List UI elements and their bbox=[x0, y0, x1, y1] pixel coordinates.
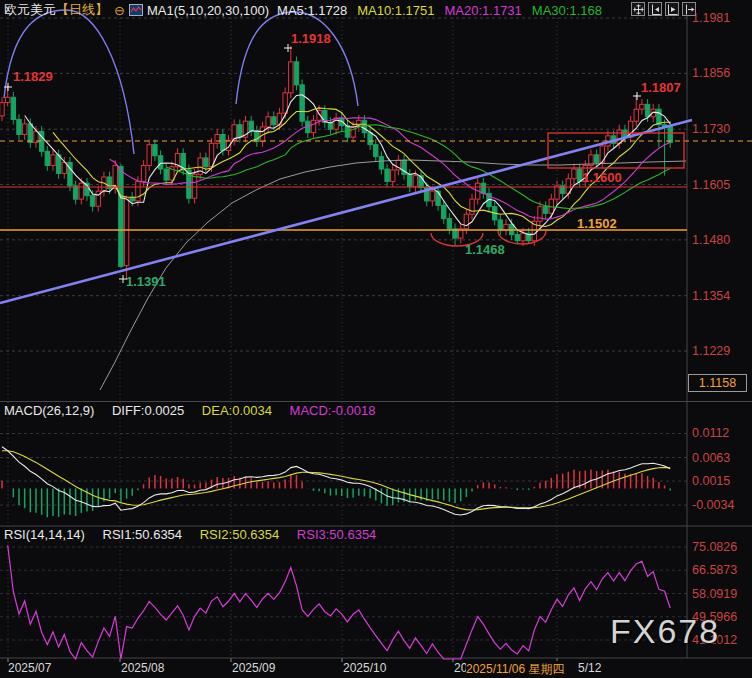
trading-chart-app: 欧元美元 【日线】 ⊖ MA1(5,10,20,30,100) MA5:1.17… bbox=[0, 0, 752, 678]
candle bbox=[385, 169, 389, 181]
candle bbox=[51, 155, 55, 166]
candle bbox=[45, 151, 49, 165]
candle bbox=[5, 97, 9, 102]
ma-settings-label: MA1(5,10,20,30,100) bbox=[147, 3, 269, 18]
annotation-support-red: 1.1600 bbox=[582, 170, 622, 185]
annotation-high-jul: 1.1829 bbox=[13, 69, 53, 84]
candle bbox=[391, 170, 395, 182]
rsi2-value: RSI2:50.6354 bbox=[200, 527, 280, 542]
candle bbox=[22, 124, 26, 135]
macd-axis-label: 0.0015 bbox=[692, 474, 750, 488]
candle bbox=[136, 181, 140, 200]
annotation-high-nov: 1.1807 bbox=[641, 80, 681, 95]
candle bbox=[408, 174, 412, 186]
candle bbox=[153, 145, 157, 156]
candle bbox=[11, 97, 15, 119]
macd-diff-value: DIFF:0.0025 bbox=[112, 403, 184, 418]
rsi3-value: RSI3:50.6354 bbox=[297, 527, 377, 542]
candle bbox=[543, 207, 547, 214]
chart-toolbar bbox=[631, 2, 696, 16]
rsi-axis-label: 58.0919 bbox=[692, 587, 750, 601]
candle bbox=[430, 191, 434, 201]
candle bbox=[90, 196, 94, 207]
candles-layer bbox=[0, 46, 672, 279]
macd-axis-label: -0.0034 bbox=[692, 498, 750, 512]
y-axis-label: 1.1856 bbox=[692, 66, 750, 80]
candle bbox=[538, 207, 542, 222]
candle bbox=[515, 235, 519, 241]
candle bbox=[141, 165, 145, 181]
x-axis-label: 2025/09 bbox=[232, 661, 275, 675]
candle bbox=[300, 85, 304, 121]
candle bbox=[504, 224, 508, 230]
y-axis-boxed-label: 1.1158 bbox=[688, 374, 747, 392]
annotation-low-aug: 1.1391 bbox=[126, 274, 166, 289]
y-axis-label: 1.1730 bbox=[692, 122, 750, 136]
candle bbox=[617, 130, 621, 143]
playback-icon[interactable] bbox=[665, 2, 679, 16]
candle bbox=[272, 117, 276, 125]
shift-right-icon[interactable] bbox=[682, 2, 696, 16]
candle bbox=[124, 197, 128, 265]
candle bbox=[436, 191, 440, 205]
candle bbox=[351, 127, 355, 138]
macd-title: MACD(26,12,9) bbox=[4, 403, 94, 418]
candle bbox=[221, 134, 225, 150]
candle bbox=[119, 166, 123, 266]
fx678-watermark: FX678 bbox=[610, 612, 720, 651]
candle bbox=[413, 176, 417, 187]
candle bbox=[555, 186, 559, 199]
candle bbox=[368, 133, 372, 145]
candle bbox=[294, 62, 298, 85]
macd-dea-value: DEA:0.0034 bbox=[202, 403, 272, 418]
macd-macd-value: MACD:-0.0018 bbox=[290, 403, 376, 418]
macd-title-row: MACD(26,12,9) DIFF:0.0025 DEA:0.0034 MAC… bbox=[4, 403, 390, 418]
x-axis-label: 2025/08 bbox=[121, 661, 164, 675]
y-axis-label: 1.1605 bbox=[692, 178, 750, 192]
symbol-title: 欧元美元 bbox=[4, 1, 56, 19]
candle bbox=[447, 219, 451, 229]
rsi-line bbox=[8, 545, 671, 659]
candle bbox=[470, 199, 474, 214]
macd-axis-label: 0.0063 bbox=[692, 451, 750, 465]
rsi-layer bbox=[8, 545, 671, 659]
ma10-value: MA10:1.1751 bbox=[357, 3, 434, 18]
candle bbox=[192, 174, 196, 198]
candle bbox=[645, 104, 649, 116]
candle bbox=[28, 124, 32, 143]
candle bbox=[634, 109, 638, 121]
annotation-low-oct: 1.1468 bbox=[465, 242, 505, 257]
macd-axis-label: 0.0112 bbox=[692, 426, 750, 440]
mini-chart-icon[interactable] bbox=[129, 4, 143, 19]
candle bbox=[249, 121, 253, 131]
pan-move-icon[interactable] bbox=[631, 2, 645, 16]
ma20-value: MA20:1.1731 bbox=[445, 3, 522, 18]
ma30-value: MA30:1.168 bbox=[532, 3, 602, 18]
annotation-support-orange: 1.1502 bbox=[577, 216, 617, 231]
candle bbox=[594, 155, 598, 163]
x-axis-label: 2025/07 bbox=[8, 661, 51, 675]
candle bbox=[164, 169, 168, 180]
rsi1-value: RSI1:50.6354 bbox=[103, 527, 183, 542]
rsi-title-row: RSI(14,14,14) RSI1:50.6354 RSI2:50.6354 … bbox=[4, 527, 390, 542]
candle bbox=[289, 62, 293, 93]
candle bbox=[73, 186, 77, 199]
annotation-high-sep: 1.1918 bbox=[291, 31, 331, 46]
candle bbox=[311, 120, 315, 132]
collapse-icon[interactable]: ⊖ bbox=[114, 3, 125, 18]
x-axis-label: 2025/10 bbox=[343, 661, 386, 675]
dea-line bbox=[2, 451, 670, 510]
candle bbox=[481, 183, 485, 193]
chart-canvas[interactable] bbox=[0, 0, 752, 678]
y-axis-label: 1.1354 bbox=[692, 289, 750, 303]
trendline bbox=[0, 120, 692, 303]
candle bbox=[379, 157, 383, 169]
candle bbox=[498, 220, 502, 230]
dome-arc bbox=[236, 12, 358, 106]
candle bbox=[17, 119, 21, 134]
candle bbox=[374, 145, 378, 157]
rsi-axis-label: 66.5873 bbox=[692, 563, 750, 577]
crosshair-date-tooltip: 2025/11/06 星期四 bbox=[466, 661, 578, 678]
candle bbox=[640, 104, 644, 109]
scale-left-icon[interactable] bbox=[648, 2, 662, 16]
